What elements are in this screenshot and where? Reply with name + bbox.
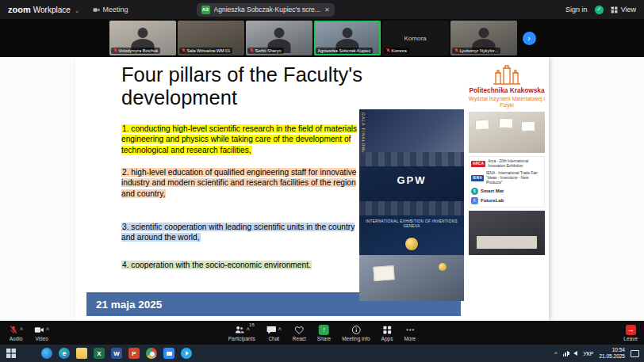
powerpoint-icon[interactable] xyxy=(128,348,140,359)
pillar-4: 4. cooperation with the socio-economic e… xyxy=(121,260,362,270)
slide-date: 21 maja 2025 xyxy=(86,299,162,311)
heart-react-icon xyxy=(294,325,305,335)
muted-mic-icon xyxy=(454,48,458,53)
gala-label: GALA FINAŁOWA xyxy=(361,112,366,154)
shared-screen-area: Four pillars of the Faculty's developmen… xyxy=(0,57,644,321)
meeting-tab-label: Meeting xyxy=(103,6,128,13)
smartmat-logo-row: S Smart Mat xyxy=(471,188,542,195)
university-name: Politechnika Krakowska xyxy=(469,87,545,95)
share-label: Share xyxy=(317,336,331,341)
video-label: Video xyxy=(35,336,48,341)
taskbar-pinned-apps xyxy=(41,348,192,359)
meeting-camera-icon xyxy=(93,6,100,13)
keyboard-language-indicator[interactable]: УКР xyxy=(583,351,593,356)
system-tray: УКР 10:54 21.05.2025 xyxy=(554,347,639,360)
participant-nameplate: Serhii Sharyn xyxy=(247,48,284,54)
booth-table xyxy=(477,236,537,249)
tab-meeting[interactable]: Meeting xyxy=(93,6,128,13)
chrome-icon[interactable] xyxy=(146,348,157,359)
award-photo xyxy=(359,255,464,301)
geneva-label: INTERNATIONAL EXHIBITION OF INVENTIONS G… xyxy=(362,219,462,229)
exhibition-booth-photo xyxy=(469,211,545,255)
framed-certificate xyxy=(521,121,535,132)
participant-video-tile[interactable]: Komora Komora xyxy=(382,21,449,55)
more-button[interactable]: More xyxy=(398,321,421,345)
participant-nameplate: Lyubomyr Nykyfor... xyxy=(452,48,500,54)
audio-button[interactable]: Audio xyxy=(3,321,29,345)
notification-center-icon[interactable] xyxy=(631,350,639,357)
apps-label: Apps xyxy=(381,336,393,341)
partner-logos-panel: ARCA Arca - 20th International Innovatio… xyxy=(469,156,545,208)
futurelab-logo-icon: F xyxy=(471,197,478,204)
gala-photo: GALA FINAŁOWA xyxy=(359,109,464,166)
chat-bubble-icon xyxy=(266,325,277,335)
zoom-brand: zoom xyxy=(8,5,31,14)
people-row xyxy=(359,201,464,215)
zoom-workplace-logo[interactable]: zoom Workplace xyxy=(8,5,80,14)
view-button[interactable]: View xyxy=(611,6,636,13)
futurelab-logo-row: F FutureLab xyxy=(471,197,542,204)
zoom-app-icon[interactable] xyxy=(163,348,174,359)
participant-video-tile[interactable]: Sala Wirtualna WM 01 xyxy=(178,21,244,55)
audio-label: Audio xyxy=(10,336,23,341)
file-explorer-icon[interactable] xyxy=(76,348,87,359)
participant-silhouette xyxy=(342,28,352,38)
certificate-image xyxy=(373,265,394,281)
participants-options-chevron[interactable] xyxy=(247,327,250,333)
word-icon[interactable] xyxy=(111,348,122,359)
active-speaker-video-tile[interactable]: Agnieszka Sobczak-Kupiec xyxy=(314,21,381,55)
smartmat-logo-text: Smart Mat xyxy=(481,189,504,195)
leave-label: Leave xyxy=(623,336,638,341)
participants-button[interactable]: 15 Participants xyxy=(223,321,261,345)
participant-nameplate: Agnieszka Sobczak-Kupiec xyxy=(316,48,374,54)
people-row xyxy=(359,152,464,166)
participant-nameplate: Sala Wirtualna WM 01 xyxy=(179,48,233,54)
participant-video-tile[interactable]: Volodymyra Boichuk xyxy=(109,21,176,55)
hidden-icons-chevron[interactable] xyxy=(554,350,558,357)
participant-video-tile[interactable]: Serhii Sharyn xyxy=(246,21,312,55)
politechnika-krakowska-emblem-icon xyxy=(493,62,521,86)
excel-icon[interactable] xyxy=(94,348,105,359)
video-options-chevron[interactable] xyxy=(46,327,49,333)
close-tab-icon[interactable]: ✕ xyxy=(324,6,330,13)
telegram-icon[interactable] xyxy=(181,348,192,359)
apps-grid-icon xyxy=(382,325,393,335)
toolbar-center-group: 15 Participants Chat React xyxy=(223,321,421,345)
sign-in-button[interactable]: Sign in xyxy=(565,6,588,13)
view-label: View xyxy=(621,6,636,13)
participant-silhouette xyxy=(274,28,284,38)
leave-button[interactable]: Leave xyxy=(623,321,638,345)
zoom-title-bar: zoom Workplace Meeting AS Agnieszka Sobc… xyxy=(0,0,644,19)
volume-icon[interactable] xyxy=(573,351,577,356)
audio-options-chevron[interactable] xyxy=(20,327,23,333)
participants-icon xyxy=(234,325,245,335)
taskbar-clock[interactable]: 10:54 21.05.2025 xyxy=(599,347,625,360)
share-tab-label: Agnieszka Sobczak-Kupiec's scre... xyxy=(214,6,320,13)
next-participants-page-button[interactable] xyxy=(523,32,536,45)
workplace-brand: Workplace xyxy=(33,6,71,14)
chat-label: Chat xyxy=(268,336,279,341)
diplomas-photo xyxy=(469,112,545,153)
slide-title: Four pillars of the Faculty's developmen… xyxy=(121,63,432,109)
meeting-info-button[interactable]: Meeting info xyxy=(336,321,375,345)
chat-options-chevron[interactable] xyxy=(278,327,282,333)
chat-button[interactable]: Chat xyxy=(261,321,287,345)
windows-taskbar: УКР 10:54 21.05.2025 xyxy=(0,345,644,362)
chevron-down-icon[interactable] xyxy=(75,7,80,14)
title-bar-right: Sign in View xyxy=(565,6,636,14)
more-ellipsis-icon xyxy=(404,325,415,335)
gpw-label: GPW xyxy=(397,174,426,186)
edge-icon[interactable] xyxy=(59,348,70,359)
apps-button[interactable]: Apps xyxy=(376,321,399,345)
react-label: React xyxy=(293,336,306,341)
view-grid-icon xyxy=(611,6,618,13)
tab-shared-screen[interactable]: AS Agnieszka Sobczak-Kupiec's scre... ✕ xyxy=(197,3,335,17)
start-button[interactable] xyxy=(6,349,16,358)
browser-icon[interactable] xyxy=(41,348,52,359)
muted-mic-icon xyxy=(386,48,390,53)
share-button[interactable]: Share xyxy=(312,321,336,345)
presentation-slide: Four pillars of the Faculty's developmen… xyxy=(75,57,549,321)
video-button[interactable]: Video xyxy=(29,321,55,345)
participant-video-tile[interactable]: Lyubomyr Nykyfor... xyxy=(450,21,517,55)
react-button[interactable]: React xyxy=(287,321,312,345)
